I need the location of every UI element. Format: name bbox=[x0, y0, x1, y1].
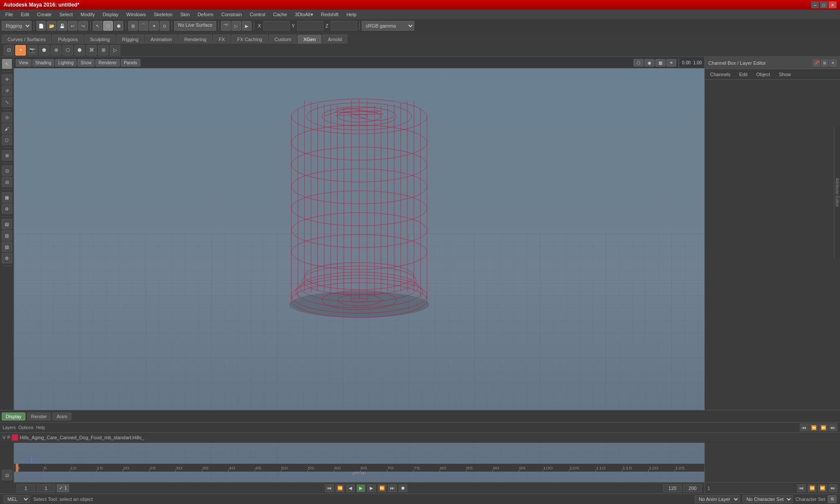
menu-deform[interactable]: Deform bbox=[194, 11, 217, 18]
tool-settings-toggle[interactable]: ⚙ bbox=[2, 253, 12, 263]
tab-sculpting[interactable]: Sculpting bbox=[84, 35, 116, 44]
vp-lights-btn[interactable]: ☀ bbox=[666, 59, 676, 66]
command-type-dropdown[interactable]: MEL Python bbox=[4, 495, 30, 503]
ik-icon[interactable]: ⊕ bbox=[51, 45, 61, 56]
skin-icon[interactable]: ⬡ bbox=[63, 45, 73, 56]
tab-curves-surfaces[interactable]: Curves / Surfaces bbox=[2, 35, 51, 44]
snap-to-grid[interactable]: ⊞ bbox=[128, 21, 138, 31]
playback-stop-btn[interactable]: ⏹ bbox=[399, 484, 407, 492]
tab-animation[interactable]: Animation bbox=[145, 35, 178, 44]
tab-object[interactable]: Object bbox=[752, 71, 774, 78]
soft-select[interactable]: ⊙ bbox=[2, 112, 12, 122]
playback-play-btn[interactable]: ▶ bbox=[357, 484, 365, 492]
snap-mode-left[interactable]: ⊡ bbox=[2, 165, 12, 176]
motion-icon[interactable]: ▷ bbox=[110, 45, 120, 56]
menu-display[interactable]: Display bbox=[99, 11, 122, 18]
no-live-surface-button[interactable]: No Live Surface bbox=[174, 21, 216, 31]
coord-x-input[interactable] bbox=[263, 21, 290, 31]
deform-icon[interactable]: ⌘ bbox=[86, 45, 97, 56]
bottom-tool[interactable]: ⊡ bbox=[2, 470, 12, 480]
ipr-render[interactable]: ▶ bbox=[242, 21, 252, 31]
tab-rendering[interactable]: Rendering bbox=[178, 35, 212, 44]
frame-nav-first[interactable]: ⏮ bbox=[797, 484, 806, 492]
workspace-dropdown[interactable]: Rigging bbox=[2, 21, 32, 31]
playback-last-btn[interactable]: ⏭ bbox=[388, 484, 397, 492]
layers-menu[interactable]: Layers bbox=[3, 425, 16, 430]
anim-end-input[interactable] bbox=[683, 484, 702, 492]
vp-textured-btn[interactable]: ▦ bbox=[655, 59, 665, 66]
vp-panels-menu[interactable]: Panels bbox=[121, 59, 140, 66]
redo-button[interactable]: ↪ bbox=[78, 21, 88, 31]
menu-windows[interactable]: Windows bbox=[123, 11, 150, 18]
coord-z-input[interactable] bbox=[331, 21, 357, 31]
display-tab[interactable]: Display bbox=[2, 413, 25, 420]
quick-layout[interactable]: ▤ bbox=[2, 219, 12, 229]
vp-view-menu[interactable]: View bbox=[16, 59, 32, 66]
joints-icon[interactable]: ⬟ bbox=[39, 45, 49, 56]
snap-to-curve[interactable]: ⌒ bbox=[139, 21, 148, 31]
status-settings-btn[interactable]: ⚙ bbox=[828, 495, 836, 503]
layer-first-btn[interactable]: ⏮ bbox=[800, 424, 808, 431]
rotate-tool[interactable]: ↺ bbox=[2, 85, 12, 96]
tab-xgen[interactable]: XGen bbox=[298, 35, 321, 44]
scale-tool[interactable]: ⤡ bbox=[2, 97, 12, 107]
menu-skin[interactable]: Skin bbox=[177, 11, 193, 18]
menu-control[interactable]: Control bbox=[246, 11, 269, 18]
vp-show-menu[interactable]: Show bbox=[77, 59, 94, 66]
gamma-dropdown[interactable]: sRGB gamma bbox=[362, 21, 414, 31]
vp-lighting-menu[interactable]: Lighting bbox=[55, 59, 77, 66]
channel-box-toggle[interactable]: ▥ bbox=[2, 230, 12, 241]
frame-nav-last[interactable]: ⏭ bbox=[829, 484, 837, 492]
frame-checkbox[interactable]: ✓ 1 bbox=[57, 484, 69, 492]
panel-pin-btn[interactable]: 📌 bbox=[813, 60, 820, 66]
no-character-set-dropdown[interactable]: No Character Set bbox=[742, 495, 793, 503]
menu-redshift[interactable]: Redshift bbox=[318, 11, 342, 18]
open-scene-button[interactable]: 📂 bbox=[47, 21, 56, 31]
tab-show[interactable]: Show bbox=[775, 71, 794, 78]
panel-float-btn[interactable]: ⊞ bbox=[821, 60, 828, 66]
tab-edit[interactable]: Edit bbox=[735, 71, 751, 78]
no-anim-layer-dropdown[interactable]: No Anim Layer bbox=[695, 495, 740, 503]
options-menu[interactable]: Options bbox=[18, 425, 33, 430]
render-settings[interactable]: 🎬 bbox=[221, 21, 231, 31]
paint-weights[interactable]: 🖌 bbox=[2, 123, 12, 134]
show-manip[interactable]: ⊞ bbox=[2, 150, 12, 161]
playback-step-back-btn[interactable]: ◀ bbox=[346, 484, 355, 492]
layer-prev-btn[interactable]: ⏪ bbox=[809, 424, 818, 431]
maximize-button[interactable]: □ bbox=[820, 1, 828, 8]
layer-p-toggle[interactable]: P bbox=[7, 435, 10, 440]
new-scene-button[interactable]: 📄 bbox=[36, 21, 46, 31]
menu-select[interactable]: Select bbox=[56, 11, 77, 18]
move-tool[interactable]: ✛ bbox=[2, 74, 12, 84]
layer-entry[interactable]: V P Hills_Aging_Care_Canned_Dog_Food_mb_… bbox=[0, 433, 840, 443]
wrap-icon[interactable]: ⊞ bbox=[98, 45, 108, 56]
undo-button[interactable]: ↩ bbox=[68, 21, 77, 31]
tab-custom[interactable]: Custom bbox=[269, 35, 297, 44]
playback-prev-btn[interactable]: ⏪ bbox=[336, 484, 344, 492]
menu-file[interactable]: File bbox=[2, 11, 17, 18]
range-end-input[interactable] bbox=[663, 484, 682, 492]
menu-skeleton[interactable]: Skeleton bbox=[150, 11, 176, 18]
scene-view-icon[interactable]: ⊡ bbox=[4, 45, 14, 56]
snap-to-view[interactable]: ⊙ bbox=[160, 21, 169, 31]
menu-create[interactable]: Create bbox=[34, 11, 55, 18]
vp-smooth-btn[interactable]: ◉ bbox=[644, 59, 654, 66]
playback-first-btn[interactable]: ⏮ bbox=[325, 484, 334, 492]
range-start-input[interactable] bbox=[17, 484, 35, 492]
menu-edit[interactable]: Edit bbox=[18, 11, 33, 18]
layer-next-btn[interactable]: ⏩ bbox=[819, 424, 828, 431]
vp-shading-menu[interactable]: Shading bbox=[32, 59, 55, 66]
render-region[interactable]: ▦ bbox=[2, 192, 12, 203]
frame-nav-prev[interactable]: ⏪ bbox=[808, 484, 816, 492]
muscle-icon[interactable]: ⬢ bbox=[74, 45, 85, 56]
tab-polygons[interactable]: Polygons bbox=[52, 35, 83, 44]
close-button[interactable]: ✕ bbox=[829, 1, 836, 8]
snap-to-point[interactable]: ✦ bbox=[149, 21, 159, 31]
render-tab[interactable]: Render bbox=[27, 413, 51, 420]
tab-fx[interactable]: FX bbox=[213, 35, 231, 44]
sculpt-tool[interactable]: ⬡ bbox=[2, 135, 12, 145]
menu-cache[interactable]: Cache bbox=[270, 11, 290, 18]
tab-fx-caching[interactable]: FX Caching bbox=[231, 35, 268, 44]
tab-channels[interactable]: Channels bbox=[707, 71, 734, 78]
camera-icon[interactable]: 📷 bbox=[27, 45, 38, 56]
